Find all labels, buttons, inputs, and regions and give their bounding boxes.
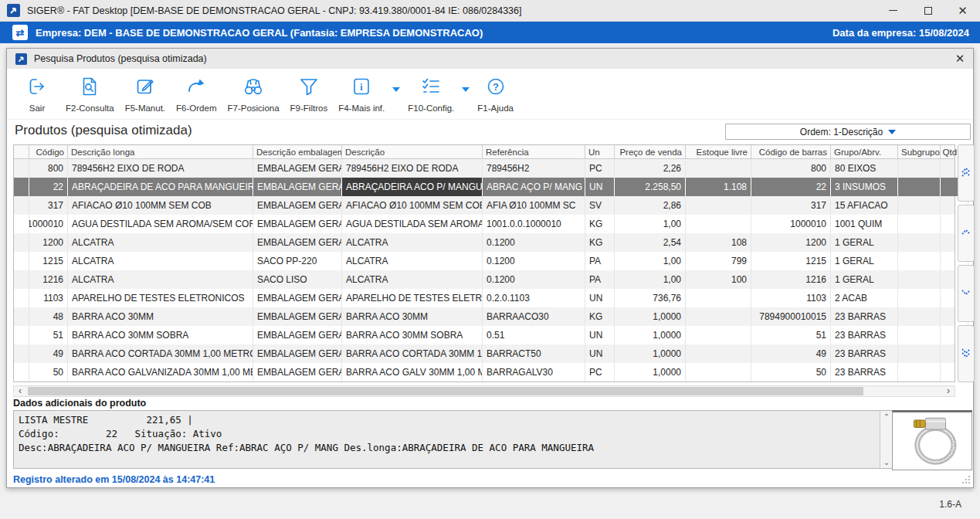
previous-record-button[interactable] <box>958 205 975 262</box>
cell: 1216 <box>751 270 831 289</box>
cell: 736,76 <box>615 289 686 307</box>
close-button[interactable]: ✕ <box>945 0 980 21</box>
table-row[interactable]: 800789456H2 EIXO DE RODAEMBALAGEM GERAL7… <box>14 159 955 178</box>
last-record-button[interactable] <box>958 325 975 382</box>
cell: 1,00 <box>615 252 686 270</box>
cell: AGUA DESTILADA SEM AROMA/SEM C <box>342 215 483 233</box>
cell: PA <box>585 270 615 289</box>
next-record-button[interactable] <box>958 265 975 322</box>
cell: 51 <box>29 326 68 344</box>
dialog-close-button[interactable]: ✕ <box>947 49 973 69</box>
column-header-Descrição[interactable]: Descrição <box>342 145 483 158</box>
additional-info-panel: LISTA MESTRE 221,65 | Código: 22 Situaçã… <box>13 410 894 469</box>
column-header-Subgrupo/Abrv.[interactable]: Subgrupo/Abrv. <box>898 145 941 158</box>
order-selector[interactable]: Ordem: 1-Descrição <box>725 124 971 140</box>
cell: ABRAÇADEIRA ACO P/ MANGUEIRA <box>342 178 483 196</box>
column-header-Código de barras[interactable]: Código de barras <box>751 145 831 158</box>
table-row[interactable]: 48BARRA ACO 30MMEMBALAGEM GERALBARRA ACO… <box>14 307 955 326</box>
toolbar-button-label: F10-Config. <box>408 103 454 113</box>
maximize-icon <box>924 7 932 15</box>
table-row[interactable]: 22ABRAÇADEIRA DE ACO PARA MANGUEIRAEMBAL… <box>14 178 955 196</box>
cell: 23 BARRAS <box>831 344 898 363</box>
info-vertical-scrollbar[interactable]: ⌃ ⌄ <box>880 411 893 468</box>
table-header-row: CódigoDescrição longaDescrição embalagem… <box>14 145 955 159</box>
horizontal-scrollbar[interactable]: ‹ › <box>13 385 955 397</box>
table-row[interactable]: 49BARRA ACO CORTADA 30MM 1,00 METROSEMBA… <box>14 344 955 363</box>
cell <box>14 270 29 289</box>
column-header-Grupo/Abrv.[interactable]: Grupo/Abrv. <box>831 145 898 158</box>
cell: AFIACAO Ø10 100MM SEM COB <box>342 196 483 215</box>
column-header-Código[interactable]: Código <box>29 145 68 158</box>
table-row[interactable]: 51BARRA ACO 30MM SOBRAEMBALAGEM GERALBAR… <box>14 326 955 344</box>
table-row[interactable]: 1216ALCATRASACO LISOALCATRA0.1200PA1,001… <box>14 270 955 289</box>
column-header-Estoque livre[interactable]: Estoque livre <box>686 145 751 158</box>
first-record-button[interactable] <box>958 144 975 202</box>
toolbar-dropdown-button[interactable] <box>462 92 470 106</box>
status-text: Registro alterado em 15/08/2024 às 14:47… <box>13 474 215 485</box>
cell: 1,00 <box>615 215 686 233</box>
cell: UN <box>585 326 615 344</box>
table-row[interactable]: 1103APARELHO DE TESTES ELETRONICOSEMBALA… <box>14 289 955 307</box>
toolbar-button-f5-manut-[interactable]: F5-Manut. <box>125 75 165 113</box>
cell: ALCATRA <box>68 270 253 289</box>
cell: PA <box>585 252 615 270</box>
toolbar-button-f10-config-[interactable]: F10-Config. <box>408 75 454 113</box>
scroll-up-icon[interactable]: ⌃ <box>883 412 890 421</box>
column-header-Descrição longa[interactable]: Descrição longa <box>68 145 253 158</box>
cell: 0.1200 <box>483 252 585 270</box>
scrollbar-track[interactable] <box>26 386 942 396</box>
cell: 2,54 <box>615 233 686 252</box>
company-switch-icon[interactable]: ⇄ <box>12 25 28 40</box>
binoculars-icon <box>242 75 264 101</box>
cell: KG <box>585 215 615 233</box>
cell <box>14 215 29 233</box>
cell: EMBALAGEM GERAL <box>253 289 342 307</box>
scroll-left-icon[interactable]: ‹ <box>14 386 26 396</box>
minimize-button[interactable] <box>876 0 910 21</box>
cell: BARRA ACO GALV 30MM 1,00 METRO <box>342 363 483 382</box>
cell: 1001 QUIM <box>831 215 898 233</box>
toolbar-button-sair[interactable]: Sair <box>19 75 55 113</box>
cell: 0.1200 <box>483 270 585 289</box>
toolbar-button-f2-consulta[interactable]: F2-Consulta <box>66 75 114 113</box>
toolbar-dropdown-button[interactable] <box>392 92 400 106</box>
table-row[interactable]: 1000010AGUA DESTILADA SEM AROMA/SEM CORE… <box>14 215 955 233</box>
scroll-down-icon[interactable]: ⌄ <box>883 458 890 466</box>
column-header-Referência[interactable]: Referência <box>483 145 585 158</box>
cell: ALCATRA <box>342 233 483 252</box>
dialog-titlebar: Pesquisa Produtos (pesquisa otimizada) ✕ <box>7 49 973 69</box>
toolbar-button-f4-mais-inf-[interactable]: iF4-Mais inf. <box>338 75 385 113</box>
column-header-Un[interactable]: Un <box>585 145 615 158</box>
cell <box>14 289 29 307</box>
toolbar-button-f9-filtros[interactable]: F9-Filtros <box>290 75 328 113</box>
table-row[interactable]: 50BARRA ACO GALVANIZADA 30MM 1,00 METROE… <box>14 363 955 382</box>
scrollbar-thumb[interactable] <box>28 387 863 395</box>
cell: PC <box>585 159 615 178</box>
record-nav-strip <box>958 144 975 382</box>
chevron-down-icon <box>392 87 400 105</box>
table-row[interactable]: 1200ALCATRAEMBALAGEM GERALALCATRA0.1200K… <box>14 233 955 252</box>
toolbar-button-f1-ajuda[interactable]: ?F1-Ajuda <box>477 75 514 113</box>
column-header-Preço de venda[interactable]: Preço de venda <box>615 145 686 158</box>
table-row[interactable]: 1215ALCATRASACO PP-220ALCATRA0.1200PA1,0… <box>14 252 955 270</box>
cell <box>14 178 29 196</box>
cell: 49 <box>29 344 68 363</box>
toolbar-button-f7-posiciona[interactable]: F7-Posiciona <box>227 75 279 113</box>
toolbar-button-label: F6-Ordem <box>176 103 216 113</box>
maximize-button[interactable] <box>910 0 945 21</box>
svg-text:?: ? <box>493 81 499 93</box>
column-header-indicator[interactable] <box>14 145 29 158</box>
pesquisa-produtos-dialog: Pesquisa Produtos (pesquisa otimizada) ✕… <box>6 48 974 488</box>
table-row[interactable]: 317AFIACAO Ø10 100MM SEM COBEMBALAGEM GE… <box>14 196 955 215</box>
column-header-Descrição embalagem[interactable]: Descrição embalagem <box>253 145 342 158</box>
cell: BARRA ACO CORTADA 30MM 1,00 ME <box>342 344 483 363</box>
cell: BARRAACO30 <box>483 307 585 326</box>
dialog-title: Pesquisa Produtos (pesquisa otimizada) <box>34 53 207 64</box>
cell: 789456H2 <box>483 159 585 178</box>
cell <box>898 270 941 289</box>
toolbar-button-label: F9-Filtros <box>290 103 328 113</box>
toolbar-button-f6-ordem[interactable]: F6-Ordem <box>176 75 216 113</box>
resize-grip[interactable] <box>961 475 971 484</box>
scroll-right-icon[interactable]: › <box>942 386 955 396</box>
company-date: Data da empresa: 15/08/2024 <box>832 27 969 39</box>
